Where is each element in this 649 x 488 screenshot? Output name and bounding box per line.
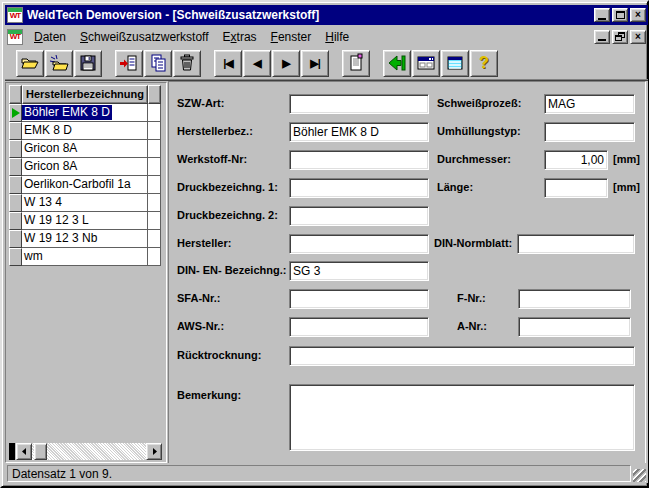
menu-item-extras[interactable]: Extras: [216, 28, 264, 46]
toolbar: |◀ ◀ ▶ ▶| ?: [5, 47, 648, 80]
mdi-close-button[interactable]: ×: [630, 30, 646, 44]
open-button[interactable]: [16, 50, 44, 77]
resize-grip[interactable]: [633, 469, 646, 482]
row-selector[interactable]: [9, 176, 22, 194]
din-en-bezeichng-label: DIN- EN- Bezeichng.:: [177, 264, 286, 276]
aws-nr-input[interactable]: [289, 317, 429, 337]
exit-button[interactable]: [383, 50, 411, 77]
first-record-button[interactable]: |◀: [214, 50, 242, 77]
insert-record-button[interactable]: [115, 50, 143, 77]
durchmesser-label: Durchmesser:: [437, 153, 511, 165]
umhuellungstyp-input[interactable]: [544, 122, 635, 142]
grid-extra-cell: [148, 176, 161, 194]
laenge-input[interactable]: [544, 178, 608, 198]
help-button[interactable]: ?: [470, 50, 498, 77]
row-selector[interactable]: [9, 158, 22, 176]
first-record-icon: |◀: [223, 57, 233, 70]
save-button[interactable]: [74, 50, 102, 77]
scroll-left-button[interactable]: [16, 443, 32, 460]
din-en-bezeichng-input[interactable]: [289, 261, 429, 281]
hersteller-label: Hersteller:: [177, 237, 231, 249]
grid-row[interactable]: Gricon 8A: [9, 158, 161, 176]
minimize-button[interactable]: [594, 8, 610, 22]
next-record-button[interactable]: ▶: [272, 50, 300, 77]
f-nr-label: F-Nr.:: [457, 292, 486, 304]
a-nr-input[interactable]: [518, 317, 631, 337]
menu-bar: WT Daten Schweißzusatzwerkstoff Extras F…: [5, 26, 648, 47]
row-selector[interactable]: [9, 122, 22, 140]
grid-row[interactable]: W 13 4: [9, 194, 161, 212]
row-selector[interactable]: [9, 140, 22, 158]
report-page-icon: [346, 53, 366, 73]
app-icon[interactable]: WT: [7, 7, 23, 23]
grid-cell: Oerlikon-Carbofil 1a: [22, 177, 133, 192]
window-view-button[interactable]: [441, 50, 469, 77]
save-floppy-icon: [78, 53, 98, 73]
title-bar: WT WeldTech Demoversion - [Schweißzusatz…: [5, 5, 648, 25]
row-selector[interactable]: [9, 248, 22, 266]
grid-horizontal-scrollbar[interactable]: [16, 443, 162, 460]
mdi-minimize-button[interactable]: [594, 30, 610, 44]
menu-item-hilfe[interactable]: Hilfe: [318, 28, 356, 46]
herstellerbez-label: Herstellerbez.:: [177, 125, 253, 137]
sfa-nr-input[interactable]: [289, 289, 429, 309]
menu-item-fenster[interactable]: Fenster: [264, 28, 319, 46]
last-record-button[interactable]: ▶|: [301, 50, 329, 77]
previous-record-button[interactable]: ◀: [243, 50, 271, 77]
grid-cell: Gricon 8A: [22, 141, 79, 156]
mdi-restore-button[interactable]: [612, 30, 628, 44]
a-nr-label: A-Nr.:: [457, 320, 487, 332]
copy-icon: [148, 53, 168, 73]
search-records-icon: [49, 53, 69, 73]
durchmesser-input[interactable]: [544, 150, 608, 170]
werkstoff-nr-input[interactable]: [289, 150, 429, 170]
grid-row[interactable]: W 19 12 3 Nb: [9, 230, 161, 248]
mdi-close-icon: ×: [635, 32, 641, 42]
row-selector[interactable]: [9, 212, 22, 230]
scroll-right-button[interactable]: [146, 443, 162, 460]
delete-button[interactable]: [173, 50, 201, 77]
copy-button[interactable]: [144, 50, 172, 77]
grid-row[interactable]: Böhler EMK 8 D: [9, 104, 161, 122]
menu-item-schweisszusatzwerkstoff[interactable]: Schweißzusatzwerkstoff: [73, 28, 216, 46]
druckbezeichng1-input[interactable]: [289, 178, 429, 198]
ruecktrocknung-label: Rücktrocknung:: [177, 349, 261, 361]
grid-row[interactable]: W 19 12 3 L: [9, 212, 161, 230]
umhuellungstyp-label: Umhüllungstyp:: [437, 125, 521, 137]
mdi-child-icon[interactable]: WT: [7, 29, 23, 45]
grid-splitter[interactable]: [9, 443, 15, 460]
maximize-icon: [616, 11, 625, 19]
grid-extra-cell: [148, 122, 161, 140]
previous-record-icon: ◀: [253, 57, 260, 70]
search-button[interactable]: [45, 50, 73, 77]
report-button[interactable]: [342, 50, 370, 77]
form-view-button[interactable]: [412, 50, 440, 77]
bemerkung-textarea[interactable]: [289, 384, 635, 451]
close-button[interactable]: ×: [630, 8, 646, 22]
szw-art-input[interactable]: [289, 94, 429, 114]
scrollbar-thumb[interactable]: [34, 443, 47, 460]
din-normblatt-input[interactable]: [517, 234, 635, 254]
hersteller-input[interactable]: [289, 234, 429, 254]
grid-row[interactable]: Gricon 8A: [9, 140, 161, 158]
row-selector[interactable]: [9, 194, 22, 212]
grid-row[interactable]: EMK 8 D: [9, 122, 161, 140]
grid-extra-cell: [148, 104, 161, 122]
grid-column-header[interactable]: Herstellerbezeichnung: [22, 85, 148, 104]
grid-row[interactable]: Oerlikon-Carbofil 1a: [9, 176, 161, 194]
minimize-icon: [598, 18, 606, 20]
schweissprozess-input[interactable]: [544, 94, 635, 114]
maximize-button[interactable]: [612, 8, 628, 22]
laenge-unit-label: [mm]: [613, 181, 640, 193]
row-selector[interactable]: [9, 104, 22, 122]
scrollbar-track[interactable]: [47, 443, 146, 460]
row-selector[interactable]: [9, 230, 22, 248]
window-title: WeldTech Demoversion - [Schweißzusatzwer…: [27, 8, 594, 22]
herstellerbez-input[interactable]: [289, 122, 429, 142]
f-nr-input[interactable]: [518, 289, 631, 309]
druckbezeichng2-input[interactable]: [289, 206, 429, 226]
menu-item-daten[interactable]: Daten: [27, 28, 73, 46]
ruecktrocknung-input[interactable]: [289, 346, 635, 366]
grid-row[interactable]: wm: [9, 248, 161, 266]
grid-extra-cell: [148, 158, 161, 176]
